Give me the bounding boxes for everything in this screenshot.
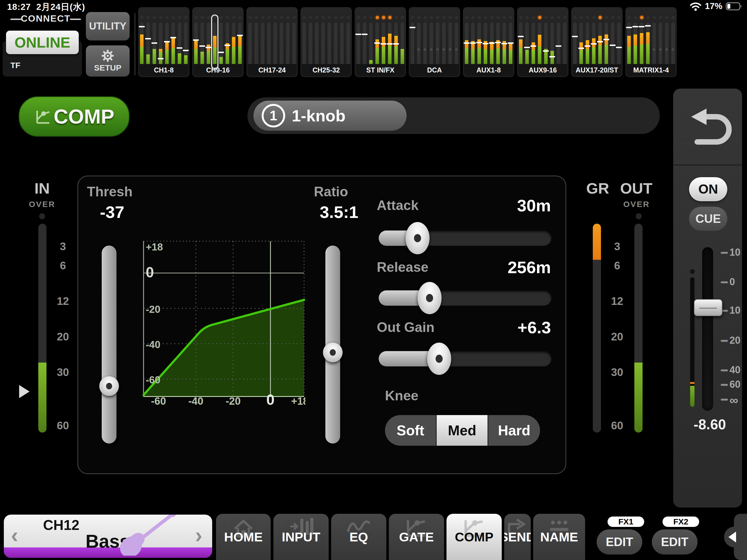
selected-channel-card[interactable]: CH12 Bass ‹ › [4, 515, 212, 558]
fader-handle[interactable] [694, 299, 722, 316]
fader-track[interactable] [702, 247, 713, 411]
peak-led [340, 16, 344, 19]
level-meter [194, 22, 198, 67]
send-tab-icon [505, 515, 531, 539]
next-channel-button[interactable]: › [195, 523, 202, 548]
meter-block-matrix1-4[interactable]: MATRIX1-4 [625, 7, 677, 77]
expand-arrow-icon[interactable] [19, 385, 29, 398]
comp-page-badge: COMP [19, 96, 130, 137]
fx2-edit-button[interactable]: EDIT [652, 529, 697, 555]
peak-led [165, 16, 169, 19]
prev-channel-button[interactable]: ‹ [11, 523, 18, 548]
fader-scale-tick [721, 340, 728, 342]
meter-block-st-in-fx[interactable]: ST IN/FX [355, 7, 406, 77]
attack-label: Attack [377, 198, 419, 213]
channel-meter [633, 15, 638, 70]
fader-position-tick [164, 41, 170, 42]
tab-input[interactable]: INPUT [274, 514, 329, 560]
release-slider[interactable] [379, 290, 551, 306]
knee-option-med[interactable]: Med [437, 415, 488, 446]
online-button[interactable]: ONLINE [6, 31, 79, 54]
peak-led [195, 16, 198, 19]
thresh-slider[interactable] [102, 246, 117, 443]
tab-send[interactable]: SEND [504, 514, 531, 560]
meter-block-ch25-32[interactable]: CH25-32 [301, 7, 352, 77]
channel-meter [429, 15, 434, 70]
setup-button[interactable]: SETUP [86, 45, 130, 77]
meter-block-aux1-8[interactable]: AUX1-8 [463, 7, 514, 77]
peak-led [436, 16, 439, 19]
knee-label: Knee [385, 388, 418, 404]
level-meter [340, 22, 344, 67]
utility-button[interactable]: UTILITY [86, 12, 130, 41]
tab-home[interactable]: HOME [216, 514, 271, 560]
fader-scale-label: 0 [729, 276, 747, 288]
ratio-value: 3.5:1 [306, 202, 372, 222]
ratio-slider-knob[interactable] [323, 342, 343, 362]
thresh-value: -37 [85, 202, 139, 222]
channel-meter [177, 15, 182, 70]
channel-meter [254, 15, 259, 70]
channel-meter [670, 15, 676, 70]
level-meter [328, 22, 331, 67]
gear-icon [101, 50, 114, 62]
meter-block-ch9-16[interactable]: CH9-16 [192, 7, 243, 77]
tab-gate[interactable]: GATE [389, 514, 444, 560]
peak-led [586, 16, 589, 19]
peak-led [334, 16, 337, 19]
knee-option-hard[interactable]: Hard [488, 415, 540, 446]
meter-block-ch1-8[interactable]: CH1-8 [138, 7, 189, 77]
level-meter [334, 22, 337, 67]
peak-led [490, 16, 493, 19]
fader-scale-tick [721, 399, 728, 401]
bass-guitar-icon [116, 515, 184, 556]
level-meter [423, 22, 427, 67]
tab-name[interactable]: NAME [533, 514, 585, 560]
peak-led [449, 16, 452, 19]
channel-meter [301, 15, 307, 70]
one-knob-button[interactable]: 1 1-knob [254, 101, 407, 131]
release-slider-knob[interactable] [417, 282, 442, 314]
placeholder-dot [430, 48, 433, 51]
tab-eq[interactable]: EQ [331, 514, 386, 560]
tab-comp[interactable]: COMP [446, 514, 502, 560]
meter-block-label: ST IN/FX [356, 64, 405, 76]
thresh-slider-knob[interactable] [99, 376, 119, 396]
peak-led [646, 16, 650, 19]
channel-meter [231, 15, 236, 70]
meter-block-dca[interactable]: DCA [409, 7, 460, 77]
fader-position-tick [199, 45, 205, 47]
meter-block-ch17-24[interactable]: CH17-24 [247, 7, 298, 77]
meter-block-aux9-16[interactable]: AUX9-16 [517, 7, 568, 77]
fx1-edit-button[interactable]: EDIT [597, 529, 642, 555]
placeholder-dot [653, 48, 655, 51]
meter-block-aux17-20-st[interactable]: AUX17-20/ST [571, 7, 623, 77]
channel-meter [447, 15, 453, 70]
peak-led [172, 16, 175, 19]
out-gain-slider-knob[interactable] [427, 342, 451, 375]
peak-led [226, 16, 229, 19]
fader-position-tick [381, 43, 386, 45]
knee-option-soft[interactable]: Soft [385, 415, 437, 446]
level-meter [550, 22, 554, 67]
svg-text:+18: +18 [146, 241, 163, 253]
out-gain-slider[interactable] [379, 351, 551, 366]
attack-slider-knob[interactable] [406, 222, 430, 254]
fader-position-tick [549, 56, 555, 57]
level-meter [238, 22, 242, 67]
fader-position-tick [518, 36, 524, 37]
fader-meter-fill [690, 386, 695, 407]
channel-on-button[interactable]: ON [689, 177, 727, 201]
cue-button[interactable]: CUE [689, 207, 727, 231]
attack-slider[interactable] [379, 230, 551, 246]
channel-meter [158, 15, 163, 70]
peak-led [423, 16, 427, 19]
level-meter [140, 22, 144, 67]
back-button[interactable] [673, 88, 742, 166]
meter-block-label: MATRIX1-4 [626, 64, 676, 76]
peak-led [394, 16, 398, 19]
channel-meter [164, 15, 170, 70]
fader-position-tick [158, 58, 163, 59]
comp-badge-label: COMP [54, 105, 114, 128]
level-meter [532, 22, 535, 67]
